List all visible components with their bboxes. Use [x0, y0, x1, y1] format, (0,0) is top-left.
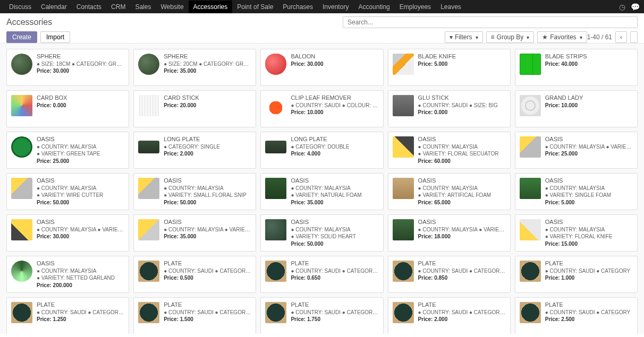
- product-price: Price: 25.000: [37, 158, 124, 165]
- product-attributes: ● VARIETY: SINGLE FOAM: [545, 192, 633, 199]
- product-attributes: ● COUNTRY: MALAYSIA ● VARIETY: SCISSOR: [164, 226, 251, 234]
- product-card[interactable]: OASIS● COUNTRY: MALAYSIA ● VARIETY: PEN …: [6, 214, 129, 252]
- product-card[interactable]: SPHERE● SIZE: 20CM ● CATEGORY: GREENPric…: [133, 49, 256, 86]
- product-card[interactable]: OASIS● COUNTRY: MALAYSIA● VARIETY: FLORA…: [515, 214, 638, 252]
- menu-item-accessories[interactable]: Accessories: [189, 1, 233, 13]
- menu-item-point-of-sale[interactable]: Point of Sale: [232, 1, 278, 13]
- groupby-dropdown[interactable]: ≡ Group By: [486, 31, 535, 43]
- product-card[interactable]: OASIS● COUNTRY: MALAYSIA● VARIETY: WIRE …: [6, 173, 129, 210]
- product-card[interactable]: BLADE STRIPSPrice: 40.000: [515, 49, 638, 86]
- product-name: CARD STICK: [164, 94, 251, 102]
- product-price: Price: 30.000: [37, 67, 124, 75]
- product-card[interactable]: OASIS● COUNTRY: MALAYSIA● VARIETY: FLORA…: [388, 132, 511, 169]
- pager-next-button[interactable]: [630, 31, 638, 43]
- product-card[interactable]: PLATE● COUNTRY: SAUDI ● CATEGORYPrice: 1…: [515, 256, 638, 293]
- kanban-view: SPHERE● SIZE: 18CM ● CATEGORY: GREENPric…: [0, 43, 644, 334]
- product-thumbnail: [393, 95, 414, 116]
- product-name: LONG PLATE: [164, 135, 251, 143]
- product-card[interactable]: OASIS● COUNTRY: MALAYSIA● VARIETY: ARTIF…: [388, 173, 511, 210]
- menu-item-discuss[interactable]: Discuss: [4, 1, 36, 13]
- menu-item-sales[interactable]: Sales: [130, 1, 156, 13]
- product-name: GRAND LADY: [545, 94, 633, 102]
- menu-item-leaves[interactable]: Leaves: [436, 1, 466, 13]
- clock-icon[interactable]: ◷: [619, 3, 625, 11]
- filters-label: Filters: [455, 33, 472, 41]
- product-card[interactable]: BALOONPrice: 30.000: [260, 49, 383, 86]
- product-card[interactable]: OASIS● COUNTRY: MALAYSIA ● VARIETY: SCIS…: [133, 214, 256, 252]
- product-attributes: ● COUNTRY: SAUDI ● SIZE: BIG: [418, 102, 506, 109]
- product-body: CLIP LEAF REMOVER● COUNTRY: SAUDI ● COLO…: [291, 94, 378, 124]
- product-thumbnail: [138, 54, 159, 75]
- product-card[interactable]: OASIS● COUNTRY: MALAYSIA ● VARIETY: DOMI…: [388, 214, 511, 252]
- product-thumbnail: [265, 178, 286, 199]
- product-card[interactable]: OASIS● COUNTRY: MALAYSIA● VARIETY: NETTE…: [6, 256, 129, 293]
- product-thumbnail: [138, 95, 159, 116]
- product-card[interactable]: GLU STICK● COUNTRY: SAUDI ● SIZE: BIGPri…: [388, 90, 511, 127]
- product-body: OASIS● COUNTRY: MALAYSIA ● VARIETY: DOMI…: [418, 218, 506, 248]
- product-card[interactable]: PLATE● COUNTRY: SAUDI ● CATEGORY: PA20Pr…: [133, 297, 256, 334]
- product-price: Price: 5.000: [418, 61, 506, 68]
- menu-item-crm[interactable]: CRM: [106, 1, 130, 13]
- menu-item-employees[interactable]: Employees: [395, 1, 436, 13]
- product-body: PLATE● COUNTRY: SAUDI ● CATEGORY: PA12Pr…: [291, 260, 378, 289]
- product-thumbnail: [138, 261, 159, 282]
- product-price: Price: 0.500: [164, 274, 251, 282]
- product-body: OASIS● COUNTRY: MALAYSIA● VARIETY: GREEN…: [37, 135, 124, 165]
- product-card[interactable]: GRAND LADYPrice: 10.000: [515, 90, 638, 127]
- product-card[interactable]: PLATE● COUNTRY: SAUDI ● CATEGORYPrice: 2…: [515, 297, 638, 334]
- product-card[interactable]: PLATE● COUNTRY: SAUDI ● CATEGORY: PA18Pr…: [6, 297, 129, 334]
- search-input[interactable]: [343, 16, 638, 28]
- product-card[interactable]: LONG PLATE● CATEGORY: DOUBLEPrice: 4.000: [260, 132, 383, 169]
- product-body: BALOONPrice: 30.000: [291, 53, 378, 82]
- menu-item-inventory[interactable]: Inventory: [318, 1, 353, 13]
- product-card[interactable]: OASIS● COUNTRY: MALAYSIA● VARIETY: SMALL…: [133, 173, 256, 210]
- product-body: OASIS● COUNTRY: MALAYSIA ● VARIETY: PEN …: [37, 218, 124, 248]
- product-thumbnail: [265, 141, 286, 153]
- product-card[interactable]: CARD STICKPrice: 20.000: [133, 90, 256, 127]
- product-thumbnail: [265, 54, 286, 75]
- product-card[interactable]: OASIS● COUNTRY: MALAYSIA ● VARIETYPrice:…: [515, 132, 638, 169]
- product-body: OASIS● COUNTRY: MALAYSIA● VARIETY: SMALL…: [164, 177, 251, 206]
- product-thumbnail: [138, 178, 159, 199]
- product-card[interactable]: LONG PLATE● CATEGORY: SINGLEPrice: 2.000: [133, 132, 256, 169]
- import-button[interactable]: Import: [40, 31, 70, 43]
- product-card[interactable]: OASIS● COUNTRY: MALAYSIA● VARIETY: GREEN…: [6, 132, 129, 169]
- menu-item-contacts[interactable]: Contacts: [72, 1, 106, 13]
- product-attributes: ● VARIETY: FLORAL SECUATOR: [418, 150, 506, 158]
- product-card[interactable]: PLATE● COUNTRY: SAUDI ● CATEGORY: PA22Pr…: [260, 297, 383, 334]
- product-price: Price: 0.650: [291, 274, 378, 282]
- product-price: Price: 15.000: [545, 240, 633, 248]
- product-body: OASIS● COUNTRY: MALAYSIA● VARIETY: SOLID…: [291, 218, 378, 248]
- menu-item-website[interactable]: Website: [156, 1, 188, 13]
- create-button[interactable]: Create: [6, 31, 37, 43]
- product-card[interactable]: OASIS● COUNTRY: MALAYSIA● VARIETY: NATUR…: [260, 173, 383, 210]
- product-card[interactable]: OASIS● COUNTRY: MALAYSIA● VARIETY: SOLID…: [260, 214, 383, 252]
- product-price: Price: 10.000: [545, 102, 633, 109]
- product-card[interactable]: PLATE● COUNTRY: SAUDI ● CATEGORY: PA24Pr…: [388, 297, 511, 334]
- product-thumbnail: [393, 219, 414, 240]
- product-thumbnail: [393, 54, 414, 75]
- product-card[interactable]: CARD BOXPrice: 0.000: [6, 90, 129, 127]
- product-card[interactable]: SPHERE● SIZE: 18CM ● CATEGORY: GREENPric…: [6, 49, 129, 86]
- product-attributes: ● COUNTRY: MALAYSIA: [37, 185, 124, 192]
- product-card[interactable]: PLATE● COUNTRY: SAUDI ● CATEGORY: PA12Pr…: [260, 256, 383, 293]
- product-card[interactable]: PLATE● COUNTRY: SAUDI ● CATEGORY: PA14Pr…: [388, 256, 511, 293]
- product-name: OASIS: [37, 218, 124, 226]
- product-attributes: ● CATEGORY: DOUBLE: [291, 143, 378, 151]
- product-card[interactable]: CLIP LEAF REMOVER● COUNTRY: SAUDI ● COLO…: [260, 90, 383, 127]
- product-card[interactable]: BLADE KNIFEPrice: 5.000: [388, 49, 511, 86]
- product-card[interactable]: PLATE● COUNTRY: SAUDI ● CATEGORY: PA10Pr…: [133, 256, 256, 293]
- product-body: PLATE● COUNTRY: SAUDI ● CATEGORY: PA14Pr…: [418, 260, 506, 289]
- menu-item-calendar[interactable]: Calendar: [36, 1, 72, 13]
- product-name: PLATE: [164, 260, 251, 267]
- product-card[interactable]: OASIS● COUNTRY: MALAYSIA● VARIETY: SINGL…: [515, 173, 638, 210]
- filters-dropdown[interactable]: ▾ Filters: [445, 31, 483, 43]
- product-body: PLATE● COUNTRY: SAUDI ● CATEGORY: PA20Pr…: [164, 301, 251, 331]
- menu-item-accounting[interactable]: Accounting: [353, 1, 394, 13]
- chat-icon[interactable]: 💬: [631, 3, 640, 11]
- product-body: LONG PLATE● CATEGORY: SINGLEPrice: 2.000: [164, 135, 251, 165]
- favorites-dropdown[interactable]: ★ Favorites: [537, 31, 587, 43]
- product-attributes: ● COUNTRY: MALAYSIA: [37, 143, 124, 151]
- pager-prev-button[interactable]: ‹: [615, 31, 627, 43]
- menu-item-purchases[interactable]: Purchases: [278, 1, 318, 13]
